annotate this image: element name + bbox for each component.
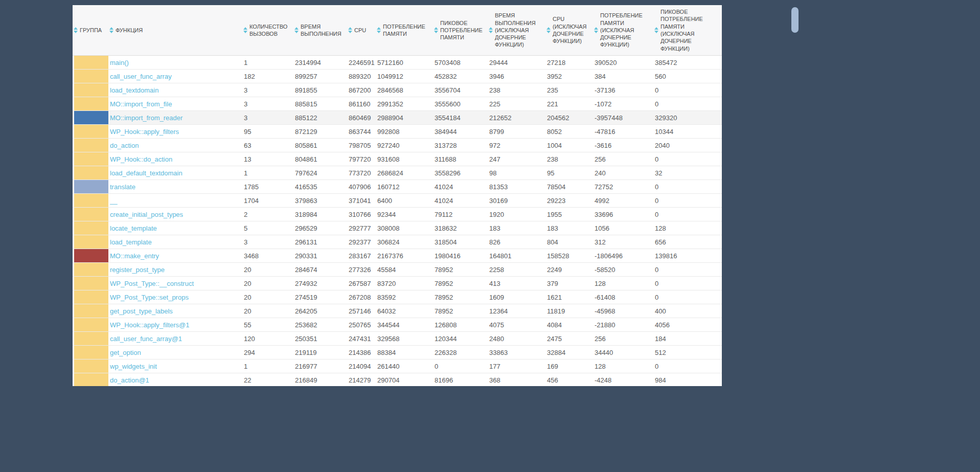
table-row: load_template329613129237730682431850482… — [73, 235, 722, 249]
group-cell — [73, 152, 108, 166]
value-text: 33696 — [595, 211, 613, 218]
column-header[interactable]: ПИКОВОЕ ПОТРЕБЛЕНИЕ ПАМЯТИ — [433, 5, 488, 56]
value-cell: 247 — [488, 152, 545, 166]
value-text: 204562 — [547, 114, 569, 122]
scrollbar-thumb[interactable] — [791, 7, 799, 33]
function-link[interactable]: create_initial_post_types — [110, 211, 183, 218]
value-cell: 384 — [593, 70, 653, 83]
value-cell: 1955 — [545, 208, 593, 221]
value-cell: 95 — [545, 166, 593, 180]
function-link[interactable]: WP_Hook::apply_filters@1 — [110, 321, 190, 329]
table-row: get_option294219119214386883842263283386… — [73, 346, 722, 359]
value-text: 169 — [547, 363, 558, 370]
value-text: 72752 — [595, 183, 613, 191]
function-link[interactable]: call_user_func_array@1 — [110, 335, 182, 343]
table-row: WP_Post_Type::__construct202749322675878… — [73, 277, 722, 290]
function-link[interactable]: do_action — [110, 142, 139, 149]
function-link[interactable]: load_textdomain — [110, 86, 158, 94]
sort-arrows-icon[interactable] — [74, 27, 78, 33]
value-text: 253682 — [295, 321, 317, 329]
value-text: 41024 — [435, 183, 453, 191]
sort-arrows-icon[interactable] — [489, 27, 493, 33]
function-link[interactable]: WP_Hook::apply_filters — [110, 128, 179, 136]
value-cell: 560 — [653, 70, 722, 83]
sort-arrows-icon[interactable] — [294, 27, 299, 33]
column-header[interactable]: ПОТРЕБЛЕНИЕ ПАМЯТИ — [376, 5, 433, 56]
value-cell: 283167 — [347, 249, 376, 263]
value-text: 83592 — [377, 294, 396, 301]
value-cell: 81696 — [433, 373, 488, 387]
value-text: 0 — [655, 86, 658, 94]
function-link[interactable]: MO::make_entry — [110, 252, 159, 260]
column-header[interactable]: ПИКОВОЕ ПОТРЕБЛЕНИЕ ПАМЯТИ (ИСКЛЮЧАЯ ДОЧ… — [653, 5, 722, 56]
function-link[interactable]: main() — [110, 59, 129, 66]
value-cell: 2991352 — [376, 97, 433, 111]
function-link[interactable]: WP_Post_Type::set_props — [110, 294, 189, 301]
value-cell: 27218 — [545, 56, 593, 70]
sort-arrows-icon[interactable] — [654, 27, 658, 33]
function-link[interactable]: load_default_textdomain — [110, 169, 183, 177]
function-cell: load_textdomain — [108, 83, 242, 97]
value-text: -47816 — [595, 128, 615, 136]
sort-arrows-icon[interactable] — [594, 27, 598, 33]
value-text: 1704 — [244, 197, 259, 205]
sort-arrows-icon[interactable] — [348, 27, 352, 33]
value-cell: 284674 — [293, 263, 347, 277]
column-header[interactable]: CPU — [347, 5, 376, 56]
column-header[interactable]: ФУНКЦИЯ — [108, 5, 242, 56]
value-cell: 226328 — [433, 346, 488, 359]
function-link[interactable]: get_option — [110, 349, 141, 356]
sort-arrows-icon[interactable] — [109, 27, 113, 33]
table-row: WP_Hook::do_action1380486179772093160831… — [73, 152, 722, 166]
column-header[interactable]: КОЛИЧЕСТВО ВЫЗОВОВ — [242, 5, 293, 56]
function-link[interactable]: __ — [110, 197, 117, 205]
column-header[interactable]: ПОТРЕБЛЕНИЕ ПАМЯТИ (ИСКЛЮЧАЯ ДОЧЕРНИЕ ФУ… — [593, 5, 653, 56]
value-text: 3554184 — [435, 114, 461, 122]
value-cell: 78952 — [433, 290, 488, 304]
function-link[interactable]: do_action@1 — [110, 376, 149, 384]
column-header[interactable]: ВРЕМЯ ВЫПОЛНЕНИЯ — [293, 5, 347, 56]
value-text: 889320 — [349, 73, 371, 80]
function-link[interactable]: WP_Post_Type::__construct — [110, 280, 194, 287]
value-cell: 63 — [242, 139, 293, 152]
value-cell: 221 — [545, 97, 593, 111]
function-link[interactable]: translate — [110, 183, 135, 191]
column-header[interactable]: ГРУППА — [73, 5, 108, 56]
function-link[interactable]: load_template — [110, 238, 152, 246]
value-text: -45968 — [595, 307, 615, 315]
value-cell: 889320 — [347, 70, 376, 83]
value-cell: 0 — [653, 152, 722, 166]
sort-arrows-icon[interactable] — [377, 27, 381, 33]
sort-arrows-icon[interactable] — [434, 27, 438, 33]
sort-arrows-icon[interactable] — [243, 27, 247, 33]
value-text: 78952 — [435, 294, 453, 301]
group-cell — [73, 208, 108, 221]
value-text: 11819 — [547, 307, 565, 315]
function-link[interactable]: register_post_type — [110, 266, 165, 274]
function-link[interactable]: get_post_type_labels — [110, 307, 173, 315]
column-header[interactable]: CPU (ИСКЛЮЧАЯ ДОЧЕРНИЕ ФУНКЦИИ) — [545, 5, 593, 56]
column-header[interactable]: ВРЕМЯ ВЫПОЛНЕНИЯ (ИСКЛЮЧАЯ ДОЧЕРНИЕ ФУНК… — [488, 5, 545, 56]
value-text: 238 — [547, 155, 558, 163]
group-cell — [73, 277, 108, 290]
value-cell: 20 — [242, 290, 293, 304]
function-link[interactable]: WP_Hook::do_action — [110, 155, 172, 163]
function-link[interactable]: MO::import_from_reader — [110, 114, 183, 122]
value-cell: 8799 — [488, 125, 545, 139]
function-link[interactable]: locate_template — [110, 224, 157, 232]
group-color-badge — [74, 166, 108, 179]
sort-arrows-icon[interactable] — [546, 27, 551, 33]
value-cell: -21880 — [593, 318, 653, 332]
function-link[interactable]: call_user_func_array — [110, 73, 172, 80]
value-cell: 98 — [488, 166, 545, 180]
value-text: 311688 — [435, 155, 456, 163]
function-link[interactable]: wp_widgets_init — [110, 363, 157, 370]
value-text: 20 — [244, 307, 251, 315]
table-row: load_textdomain3891855867200284656835567… — [73, 83, 722, 97]
function-link[interactable]: MO::import_from_file — [110, 100, 172, 108]
value-text: 3556704 — [435, 86, 461, 94]
value-text: 0 — [655, 266, 658, 274]
value-cell: 45584 — [376, 263, 433, 277]
value-cell: 804861 — [293, 152, 347, 166]
value-text: 4075 — [489, 321, 504, 329]
